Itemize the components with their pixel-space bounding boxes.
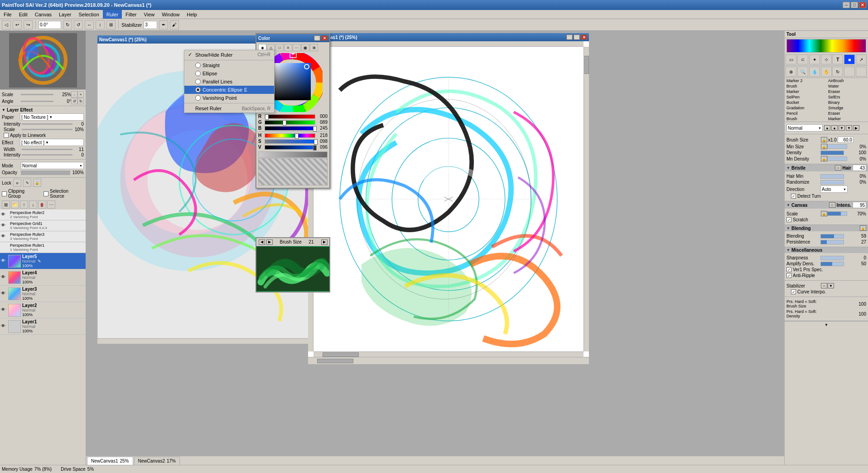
layer-eye[interactable]: 👁 [1,307,7,313]
apply-linework-label[interactable]: Apply to Linework [4,133,46,138]
toolbar-pen[interactable]: ✒ [159,20,168,29]
hair-input[interactable] [853,165,866,171]
tool-color-swatch[interactable]: ■ [844,54,855,64]
tool-text[interactable]: T [832,54,843,64]
color-swatch-row-2[interactable] [258,158,328,185]
color-tab-mix[interactable]: ⊞ [310,44,318,51]
tool-nav[interactable]: ✋ [821,67,832,77]
intensity-slider[interactable] [22,123,72,125]
menu-selection[interactable]: Selection [75,10,103,19]
brush-next-btn[interactable]: ▶ [266,239,273,245]
s-slider[interactable] [265,139,315,144]
scale-lock[interactable]: 🔒 [821,211,827,216]
anti-ripple-label[interactable]: Anti-Ripple [786,273,815,278]
toolbar-btn-2[interactable]: ↩ [13,20,22,29]
canvas2-close-btn[interactable]: ✕ [581,34,587,40]
menu-window[interactable]: Window [158,10,183,19]
menu-help[interactable]: Help [183,10,201,19]
r-slider[interactable] [265,114,315,119]
sharpness-slider[interactable] [820,256,844,260]
layer-eye[interactable]: 👁 [1,234,7,240]
s-thumb[interactable] [314,139,318,145]
detect-turn-label[interactable]: Detect Turn [786,194,821,199]
layer-item[interactable]: 👁 Layer4 Normal 100% [0,269,86,286]
min-size-slider[interactable] [827,144,847,149]
curve-interpo-checkbox[interactable] [791,289,796,294]
opacity-slider[interactable] [21,171,70,175]
scrollbar-bar[interactable] [317,359,353,363]
tool-color-bar[interactable] [786,39,866,53]
ruler-menu-concentric[interactable]: Concentric Ellipse E [184,86,274,94]
toolbar-zoom-in[interactable]: ⊞ [106,20,116,29]
tool-label-gradient[interactable]: Gradation [785,105,826,111]
clipping-group-label[interactable]: Clipping Group [2,189,38,199]
blend-btn1[interactable]: ▲ [824,125,830,131]
lock-all-btn[interactable]: 🔒 [33,179,41,187]
blending-slider[interactable] [820,234,844,239]
selection-source-checkbox[interactable] [43,191,48,196]
paper-select[interactable]: [ No Texture ] ▼ [20,113,84,121]
canvas2-scrollbar-v[interactable] [583,47,589,351]
ver1-prs-checkbox[interactable] [786,267,791,272]
tool-label-brush[interactable]: Brush [785,83,826,89]
canvas2-restore-btn[interactable]: □ [574,34,580,40]
r-thumb[interactable] [265,114,269,120]
toolbar-btn-1[interactable]: ◁ [2,20,11,29]
tool-label-binary[interactable]: Binary [826,100,868,105]
toolbar-brush[interactable]: 🖌 [170,20,179,29]
tool-extra[interactable]: ↗ [856,54,867,64]
curve-interpo-label[interactable]: Curve Interpo. [786,289,826,294]
menu-layer[interactable]: Layer [55,10,75,19]
color-swatch-row-1[interactable] [258,151,328,158]
detect-turn-checkbox[interactable] [791,194,796,199]
scale-slider[interactable] [827,211,847,216]
new-layer-btn[interactable]: ⊞ [2,200,10,209]
v-slider[interactable] [265,145,315,150]
layer-eye[interactable]: 👁 [1,258,7,264]
bristle-section-header[interactable]: Bristle □ Hair [785,164,868,171]
brush-preview-area[interactable] [256,246,329,292]
intens-input[interactable] [853,202,866,208]
tool-label-bucket[interactable]: Bucket [785,100,826,105]
h-thumb[interactable] [295,133,299,139]
menu-filter[interactable]: Filter [122,10,140,19]
tool-rotate[interactable]: ↻ [832,67,843,77]
layer-eye[interactable]: 👁 [1,274,7,281]
width-slider[interactable] [22,149,72,150]
selection-source-label[interactable]: Selection Source [43,189,84,199]
intensity2-slider[interactable] [22,154,72,156]
angle-plus[interactable]: ↻ [77,98,84,104]
color-tab-square[interactable]: □ [275,44,284,51]
layer-item[interactable]: 👁 Layer1 Normal 100% [0,318,86,335]
ruler-menu-parallel[interactable]: Parallel Lines [184,78,274,86]
menu-edit[interactable]: Edit [15,10,31,19]
layer-eye[interactable]: 👁 [1,291,7,297]
anti-ripple-checkbox[interactable] [786,273,791,278]
menu-ruler[interactable]: Ruler [103,10,122,19]
minimize-button[interactable]: ─ [843,2,850,8]
scrollbar-thumb-v[interactable] [584,56,589,74]
layer-item[interactable]: 👁 Layer3 Normal 100% [0,286,86,302]
brush-prev-btn[interactable]: ◀ [259,239,265,245]
color-panel-close[interactable]: ✕ [321,35,328,41]
scale-slider[interactable] [21,94,53,95]
v-thumb[interactable] [313,145,317,151]
ruler-menu-reset[interactable]: Reset Ruler BackSpace, R [184,104,274,112]
canvas-tab-1[interactable]: NewCanvas1 25% [87,457,133,465]
ruler-menu-straight[interactable]: Straight [184,61,274,69]
layer-eye[interactable]: 👁 [1,223,7,229]
min-density-lock[interactable]: 🔒 [821,156,827,161]
menu-view[interactable]: View [140,10,159,19]
canvas2-content[interactable] [308,41,589,357]
ruler-menu-ellipse[interactable]: Ellipse [184,69,274,78]
restore-button[interactable]: □ [851,2,858,8]
tool-add[interactable]: ⊕ [786,67,796,77]
density-slider[interactable] [820,151,844,155]
tool-label-pencil[interactable]: Pencil [785,111,826,116]
tool-label-airbrush[interactable]: AirBrush [826,78,868,83]
scrollbar-thumb-h[interactable] [323,352,359,357]
tool-magic-wand[interactable]: ✦ [809,54,820,64]
blend-mode-select[interactable]: Normal [786,124,823,132]
b-slider[interactable] [265,126,315,131]
b-thumb[interactable] [313,126,317,132]
